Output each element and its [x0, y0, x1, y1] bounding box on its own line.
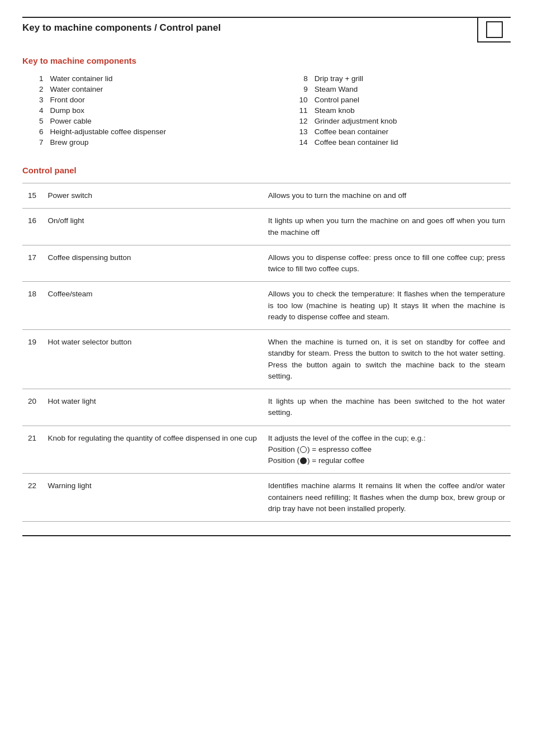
components-left-col: 1 Water container lid 2 Water container … [22, 73, 255, 148]
component-label: Front door [50, 94, 255, 105]
component-number: 6 [22, 126, 50, 137]
cp-number: 21 [28, 433, 44, 444]
cp-description: Allows you to turn the machine on and of… [268, 191, 406, 200]
table-row: 22 Warning lightIdentifies machine alarm… [22, 474, 511, 522]
component-number: 5 [22, 116, 50, 126]
component-number: 4 [22, 105, 50, 116]
cp-name-cell: 21 Knob for regulating the quantity of c… [22, 426, 263, 474]
component-number: 3 [22, 94, 50, 105]
component-number: 1 [22, 73, 50, 84]
component-number: 13 [278, 126, 315, 137]
cp-component-name: Coffee dispensing button [48, 253, 131, 262]
cp-description-cell: It adjusts the level of the coffee in th… [263, 426, 511, 474]
cp-name-cell: 16 On/off light [22, 209, 263, 245]
component-number: 14 [278, 137, 315, 148]
component-number: 9 [278, 84, 315, 94]
cp-number: 15 [28, 190, 44, 201]
cp-description-cell: Identifies machine alarms It remains lit… [263, 474, 511, 522]
component-label: Coffee bean container [315, 126, 511, 137]
list-item: 4 Dump box [22, 105, 255, 116]
cp-component-name: Hot water light [48, 397, 96, 405]
table-row: 16 On/off lightIt lights up when you tur… [22, 209, 511, 245]
list-item: 11 Steam knob [278, 105, 511, 116]
cp-name-cell: 15 Power switch [22, 183, 263, 209]
component-label: Water container lid [50, 73, 255, 84]
cp-description-cell: It lights up when the machine has been s… [263, 389, 511, 426]
list-item: 13 Coffee bean container [278, 126, 511, 137]
cp-description: It lights up when the machine has been s… [268, 397, 505, 417]
component-number: 8 [278, 73, 315, 84]
component-number: 10 [278, 94, 315, 105]
component-label: Dump box [50, 105, 255, 116]
table-row: 19 Hot water selector buttonWhen the mac… [22, 330, 511, 389]
machine-components-section: Key to machine components 1 Water contai… [22, 56, 511, 148]
component-label: Power cable [50, 116, 255, 126]
cp-description-cell: Allows you to check the temperature: It … [263, 282, 511, 330]
cp-component-name: On/off light [48, 216, 84, 225]
cp-description-cell: When the machine is turned on, it is set… [263, 330, 511, 389]
list-item: 9 Steam Wand [278, 84, 511, 94]
component-label: Steam knob [315, 105, 511, 116]
control-panel-title: Control panel [22, 166, 511, 175]
table-row: 17 Coffee dispensing buttonAllows you to… [22, 245, 511, 282]
cp-description-cell: Allows you to turn the machine on and of… [263, 183, 511, 209]
page-header: Key to machine components / Control pane… [22, 17, 511, 42]
list-item: 1 Water container lid [22, 73, 255, 84]
table-row: 15 Power switchAllows you to turn the ma… [22, 183, 511, 209]
list-item: 8 Drip tray + grill [278, 73, 511, 84]
cp-name-cell: 18 Coffee/steam [22, 282, 263, 330]
component-number: 7 [22, 137, 50, 148]
machine-components-title: Key to machine components [22, 56, 511, 65]
cp-component-name: Power switch [48, 191, 93, 200]
component-label: Brew group [50, 137, 255, 148]
list-item: 14 Coffee bean container lid [278, 137, 511, 148]
list-item: 7 Brew group [22, 137, 255, 148]
cp-name-cell: 22 Warning light [22, 474, 263, 522]
circle-outline-icon [300, 446, 307, 453]
table-row: 18 Coffee/steamAllows you to check the t… [22, 282, 511, 330]
component-label: Grinder adjustment knob [315, 116, 511, 126]
list-item: 12 Grinder adjustment knob [278, 116, 511, 126]
cp-component-name: Coffee/steam [48, 290, 93, 298]
cp-description-cell: Allows you to dispense coffee: press onc… [263, 245, 511, 282]
cp-name-cell: 20 Hot water light [22, 389, 263, 426]
cp-description-line2: Position () = espresso coffee [268, 445, 372, 453]
cp-component-name: Hot water selector button [48, 338, 132, 346]
cp-number: 22 [28, 480, 44, 492]
table-row: 21 Knob for regulating the quantity of c… [22, 426, 511, 474]
list-item: 10 Control panel [278, 94, 511, 105]
cp-number: 18 [28, 289, 44, 300]
cp-component-name: Warning light [48, 481, 92, 490]
cp-description: Allows you to dispense coffee: press onc… [268, 253, 505, 273]
cp-description: Allows you to check the temperature: It … [268, 290, 505, 321]
header-decoration-box [477, 18, 511, 42]
component-label: Drip tray + grill [315, 73, 511, 84]
cp-number: 17 [28, 252, 44, 263]
control-panel-table: 15 Power switchAllows you to turn the ma… [22, 183, 511, 522]
component-label: Water container [50, 84, 255, 94]
page-title: Key to machine components / Control pane… [22, 18, 477, 42]
cp-description: It adjusts the level of the coffee in th… [268, 434, 426, 442]
cp-description: Identifies machine alarms It remains lit… [268, 481, 505, 513]
cp-description-cell: It lights up when you turn the machine o… [263, 209, 511, 245]
table-row: 20 Hot water lightIt lights up when the … [22, 389, 511, 426]
component-number: 11 [278, 105, 315, 116]
list-item: 3 Front door [22, 94, 255, 105]
component-label: Control panel [315, 94, 511, 105]
cp-description: It lights up when you turn the machine o… [268, 216, 505, 236]
list-item: 2 Water container [22, 84, 255, 94]
cp-number: 20 [28, 396, 44, 407]
cp-description: When the machine is turned on, it is set… [268, 338, 505, 380]
header-inner-box [486, 21, 503, 38]
component-label: Coffee bean container lid [315, 137, 511, 148]
list-item: 5 Power cable [22, 116, 255, 126]
circle-filled-icon [300, 457, 307, 464]
component-number: 12 [278, 116, 315, 126]
list-item: 6 Height-adjustable coffee dispenser [22, 126, 255, 137]
control-panel-section: Control panel 15 Power switchAllows you … [22, 166, 511, 522]
cp-number: 19 [28, 337, 44, 348]
page-footer [22, 535, 511, 536]
cp-name-cell: 19 Hot water selector button [22, 330, 263, 389]
cp-description-line3: Position () = regular coffee [268, 456, 364, 465]
component-number: 2 [22, 84, 50, 94]
